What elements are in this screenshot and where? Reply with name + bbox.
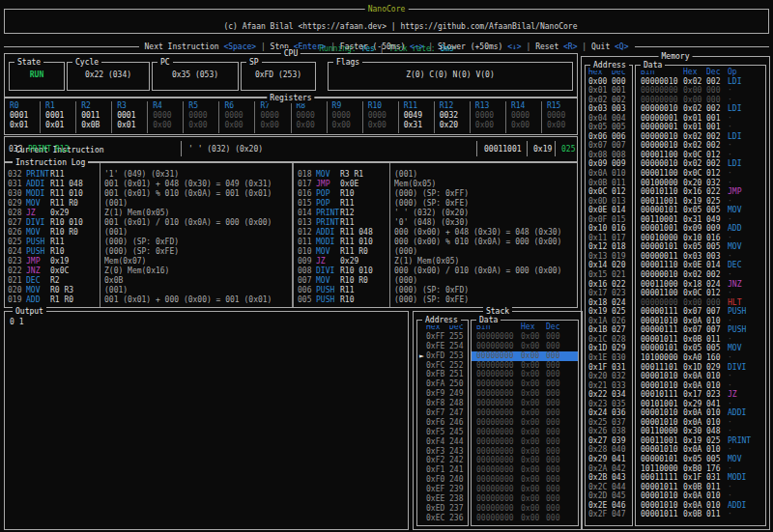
stack-data-row: 000000000x00000 [472, 389, 578, 399]
divider [555, 141, 556, 156]
stack-value-hex: 0x00 [521, 504, 546, 514]
log-entry: 011MODIR11 010 [298, 238, 386, 247]
control-key-faster-50ms-[interactable]: <↑> [410, 42, 423, 51]
cpu-sp-box: SP 0xFD (253) [241, 62, 316, 91]
stack-addr-hex: 0xEF [426, 485, 449, 494]
register-hex-value: 0x00 [260, 121, 290, 130]
memory-data-row: 000010100x0A010· [636, 381, 765, 391]
log-entry-args: 0x0E [340, 180, 358, 188]
stack-data-box: Data BinHexDec 000000000x00000000000000x… [471, 320, 579, 526]
log-entry-args: R11 R0 [340, 247, 368, 256]
memory-addr-dec: 037 [612, 418, 625, 427]
log-entry-op: PUSH [316, 286, 340, 295]
divider [100, 163, 100, 307]
stack-addr-hex: 0xFF [426, 332, 449, 342]
register-hex-value: 0x20 [440, 121, 470, 130]
stack-panel: Stack Address HexDec 0xFF255 0xFE254►0xF… [413, 311, 583, 530]
memory-addr-hex: 0x0F [588, 215, 612, 225]
memory-value-hex: 0x0A [683, 445, 706, 455]
control-key-slower-50ms-[interactable]: <↓> [507, 42, 521, 51]
log-entry: 026MOVR10 R0 [8, 228, 97, 238]
stack-value-hex: 0x00 [521, 447, 546, 457]
stack-value-dec: 000 [546, 447, 559, 456]
memory-data-row: 000000110x03003· [636, 252, 765, 262]
memory-addr-hex: 0x26 [588, 427, 612, 436]
memory-address-row: 0x1E030 [586, 353, 632, 363]
register-dec-value: 0001 [117, 111, 147, 121]
log-entry-result: (000) [394, 276, 573, 286]
memory-addr-hex: 0x18 [588, 298, 612, 308]
memory-address-row: 0x15021 [586, 270, 632, 280]
log-column2-instructions: 018MOVR3 R1017JMP0x0E016POPR10015POPR110… [298, 170, 386, 305]
control-separator: | [256, 42, 270, 51]
memory-value-hex: 0x17 [683, 390, 706, 400]
memory-addr-dec: 000 [612, 77, 625, 86]
memory-value-hex: 0x07 [683, 325, 706, 335]
stack-address-title: Address [422, 315, 461, 325]
memory-value-hex: 0x0B [683, 335, 706, 345]
stack-value-hex: 0x00 [521, 465, 546, 475]
log-column1-instructions: 032PRINTR11031ADDIR11 048030MODIR11 0100… [8, 170, 97, 305]
stack-data-title: Data [476, 315, 501, 325]
register-r2: R200110x0B [76, 101, 112, 133]
app-title: NanoCore [365, 4, 409, 14]
memory-op-label: HLT [728, 298, 741, 307]
log-entry-result: (001) [104, 199, 290, 209]
memory-address-row: 0x05005 [586, 123, 632, 132]
memory-data-row: 000010100x0A010ADDI [636, 408, 765, 418]
memory-value-bin: 00001100 [641, 169, 683, 179]
memory-value-dec: 010 [706, 372, 728, 381]
memory-addr-hex: 0x03 [588, 104, 612, 114]
stack-pointer-slot [419, 475, 426, 485]
log-entry-args: R11 [340, 199, 354, 208]
register-name: R11 [404, 101, 434, 111]
memory-addr-hex: 0x0C [588, 187, 612, 197]
memory-value-dec: 005 [706, 242, 728, 252]
memory-data-row: 000000100x02002· [636, 270, 765, 280]
memory-op-label: · [728, 317, 732, 325]
memory-addr-dec: 032 [612, 372, 625, 380]
memory-value-bin: 00001011 [641, 483, 683, 492]
memory-data-row: 000010100x0A010· [636, 372, 765, 381]
register-columns: R000010x01R100010x01R200110x0BR300010x01… [5, 98, 577, 133]
memory-address-row: 0x23035 [586, 400, 632, 409]
log-entry-args: R10 010 [340, 266, 373, 275]
stack-value-bin: 00000000 [476, 332, 521, 342]
log-entry-result: ' ' (032) (0x20) [394, 209, 573, 218]
memory-data-row: 000000010x01001· [636, 114, 765, 124]
stack-address-row: 0xF2242 [417, 456, 468, 465]
memory-value-dec: 001 [706, 114, 728, 124]
memory-value-hex: 0x05 [683, 455, 706, 464]
memory-value-hex: 0x0A [683, 408, 706, 418]
stack-pointer-slot [419, 379, 426, 389]
stack-pointer-slot [419, 399, 426, 408]
memory-op-label: DEC [728, 261, 741, 269]
memory-addr-hex: 0x16 [588, 280, 612, 290]
memory-address-row: 0x18024 [586, 298, 632, 308]
log-entry-index: 014 [298, 209, 316, 218]
memory-addr-hex: 0x20 [588, 372, 612, 381]
stack-addr-hex: 0xFE [426, 342, 449, 351]
memory-addr-hex: 0x17 [588, 289, 612, 298]
memory-value-dec: 002 [706, 159, 728, 169]
stack-address-row: 0xF9249 [417, 389, 468, 399]
memory-value-dec: 001 [706, 123, 728, 132]
control-label: Slower (+50ms) [438, 42, 507, 51]
memory-value-bin: 00001010 [641, 418, 683, 428]
log-entry-args: R11 010 [340, 238, 373, 246]
memory-addr-dec: 012 [612, 187, 625, 196]
control-key-reset[interactable]: <R> [563, 42, 577, 51]
control-key-quit[interactable]: <Q> [615, 42, 628, 51]
log-entry-op: JMP [316, 180, 340, 189]
memory-op-label: PUSH [728, 325, 746, 334]
stack-addr-hex: 0xED [426, 504, 449, 514]
control-key-next-instruction[interactable]: <Space> [223, 42, 256, 51]
memory-addr-hex: 0x2A [588, 464, 612, 474]
memory-addr-hex: 0x0A [588, 169, 612, 179]
memory-value-bin: 00001100 [641, 289, 683, 298]
stack-value-dec: 000 [546, 494, 559, 503]
memory-address-row: 0x19025 [586, 307, 632, 317]
memory-data-row: 000001010x05005MOV [636, 206, 765, 215]
log-entry: 008DIVIR10 010 [298, 266, 386, 276]
control-label: Faster (-50ms) [340, 42, 410, 51]
